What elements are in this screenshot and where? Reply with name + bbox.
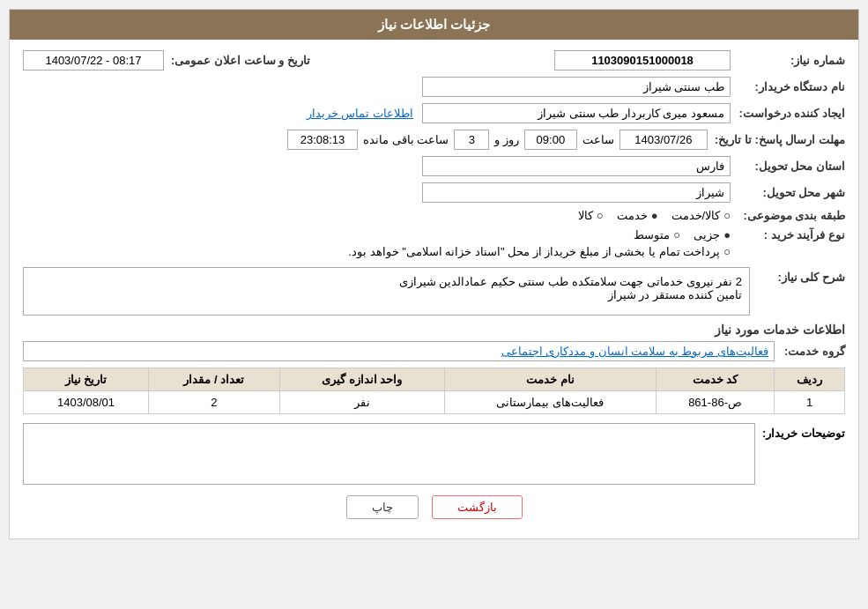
services-table: ردیف کد خدمت نام خدمت واحد اندازه گیری ت…: [23, 368, 845, 414]
service-info-title: اطلاعات خدمات مورد نیاز: [23, 323, 845, 337]
response-days: 3: [454, 130, 489, 150]
city-label: شهر محل تحویل:: [731, 186, 845, 199]
category-option-khedmat[interactable]: ● خدمت: [617, 209, 658, 222]
general-desc-value: 2 نفر نیروی خدماتی جهت سلامتکده طب سنتی …: [23, 267, 750, 316]
cell-service-name: فعالیت‌های بیمارستانی: [444, 391, 656, 414]
purchase-type-group: ● جزیی ○ متوسط ○ پرداخت تمام یا بخشی از …: [348, 228, 731, 258]
table-row: 1 ص-86-861 فعالیت‌های بیمارستانی نفر 2 1…: [24, 391, 845, 414]
cell-service-code: ص-86-861: [656, 391, 775, 414]
response-date: 1403/07/26: [619, 130, 708, 150]
creator-label: ایجاد کننده درخواست:: [731, 107, 845, 120]
radio-icon-kala: ○: [597, 209, 604, 222]
purchase-type-label-esnad: پرداخت تمام یا بخشی از مبلغ خریداز از مح…: [348, 245, 720, 258]
radio-icon-motavaset: ○: [673, 228, 680, 241]
cell-row-num: 1: [775, 391, 845, 414]
cell-date: 1403/08/01: [24, 391, 149, 414]
cell-unit: نفر: [279, 391, 444, 414]
response-deadline-label: مهلت ارسال پاسخ: تا تاریخ:: [708, 133, 845, 146]
buttons-row: بازگشت چاپ: [23, 495, 845, 528]
group-value[interactable]: فعالیت‌های مربوط به سلامت انسان و مددکار…: [23, 341, 775, 361]
purchase-type-esnad[interactable]: ○ پرداخت تمام یا بخشی از مبلغ خریداز از …: [348, 245, 731, 258]
col-date: تاریخ نیاز: [24, 368, 149, 391]
category-label: طبقه بندی موضوعی:: [731, 209, 845, 222]
category-radio-group: ○ کالا/خدمت ● خدمت ○ کالا: [578, 209, 731, 222]
announce-label: تاریخ و ساعت اعلان عمومی:: [171, 54, 310, 67]
radio-icon-kala_khedmat: ○: [723, 209, 731, 222]
purchase-type-label-jozi: جزیی: [694, 228, 720, 241]
province-value: فارس: [422, 156, 731, 176]
creator-contact-link[interactable]: اطلاعات تماس خریدار: [307, 107, 413, 120]
response-day-label: روز و: [494, 133, 519, 146]
response-time-label: ساعت: [582, 133, 614, 146]
general-desc-label: شرح کلی نیاز:: [757, 267, 845, 284]
buyer-org-label: نام دستگاه خریدار:: [731, 80, 845, 93]
col-quantity: تعداد / مقدار: [149, 368, 280, 391]
city-value: شیراز: [422, 182, 731, 203]
col-row-num: ردیف: [775, 368, 845, 391]
cell-quantity: 2: [149, 391, 280, 414]
category-label-khedmat: خدمت: [617, 209, 648, 222]
col-service-name: نام خدمت: [444, 368, 656, 391]
purchase-type-motavaset[interactable]: ○ متوسط: [634, 228, 680, 241]
need-number-value: 1103090151000018: [554, 50, 731, 71]
radio-icon-esnad: ○: [723, 245, 731, 258]
radio-icon-jozi: ●: [723, 228, 731, 241]
buyer-org-value: طب سنتی شیراز: [422, 77, 731, 97]
radio-icon-khedmat: ●: [651, 209, 658, 222]
col-unit: واحد اندازه گیری: [279, 368, 444, 391]
col-service-code: کد خدمت: [656, 368, 775, 391]
category-option-kala_khedmat[interactable]: ○ کالا/خدمت: [671, 209, 731, 222]
category-option-kala[interactable]: ○ کالا: [578, 209, 604, 222]
creator-value: مسعود میری کاربردار طب سنتی شیراز: [422, 103, 731, 123]
buyer-notes-label: توضیحات خریدار:: [755, 423, 845, 440]
response-time: 09:00: [524, 130, 577, 150]
purchase-type-jozi[interactable]: ● جزیی: [694, 228, 731, 241]
purchase-type-label-motavaset: متوسط: [634, 228, 670, 241]
need-number-label: شماره نیاز:: [731, 54, 845, 67]
group-label: گروه خدمت:: [775, 345, 845, 358]
province-label: استان محل تحویل:: [731, 160, 845, 173]
buyer-notes-box[interactable]: [23, 423, 755, 485]
print-button[interactable]: چاپ: [346, 495, 419, 519]
announce-value: 1403/07/22 - 08:17: [23, 50, 164, 71]
category-label-kala_khedmat: کالا/خدمت: [671, 209, 721, 222]
page-title: جزئیات اطلاعات نیاز: [10, 10, 858, 40]
back-button[interactable]: بازگشت: [432, 495, 523, 519]
purchase-type-label: نوع فرآیند خرید :: [731, 228, 845, 241]
remaining-label: ساعت باقی مانده: [363, 133, 449, 146]
remaining-time: 23:08:13: [287, 130, 358, 150]
category-label-kala: کالا: [578, 209, 593, 222]
